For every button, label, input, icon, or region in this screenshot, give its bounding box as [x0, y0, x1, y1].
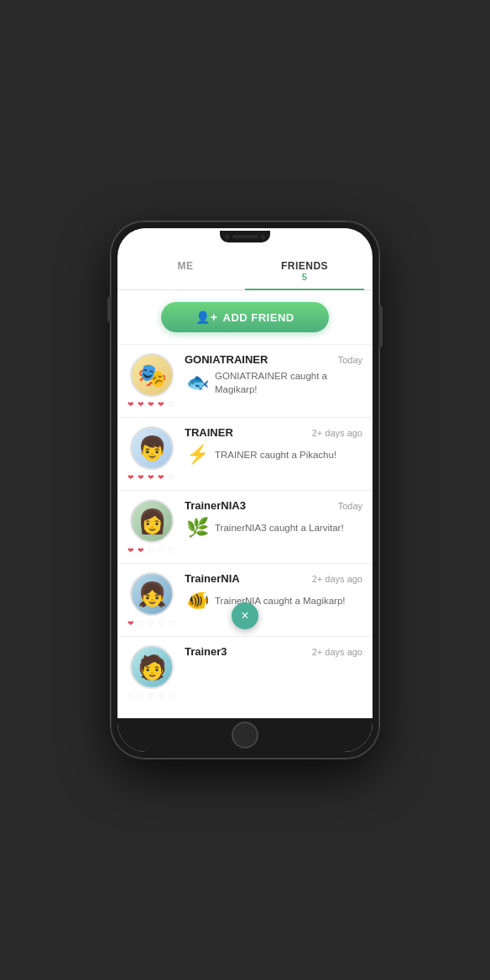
- friend-name-goniatrainer: GONIATRAINER: [185, 353, 268, 366]
- heart-empty: ♡: [138, 619, 146, 628]
- avatar-trainer3: [130, 645, 174, 689]
- friend-name-trainernia: TrainerNIA: [185, 572, 240, 585]
- friend-header-trainer3: Trainer3 2+ days ago: [185, 645, 362, 658]
- friend-info-trainer3: Trainer3 2+ days ago: [185, 645, 362, 661]
- phone-frame: ME FRIENDS 5 👤+ ADD FRIEND: [111, 222, 379, 758]
- heart-filled: ❤: [128, 400, 136, 409]
- heart-filled: ❤: [148, 400, 156, 409]
- heart-empty: ♡: [168, 692, 176, 701]
- status-bar: [117, 228, 373, 245]
- home-button[interactable]: [232, 722, 258, 748]
- camera-notch: [220, 231, 270, 242]
- front-camera: [261, 235, 265, 239]
- friend-info-trainernia: TrainerNIA 2+ days ago 🐠 TrainerNIA caug…: [185, 572, 362, 613]
- add-friend-container: 👤+ ADD FRIEND: [117, 290, 373, 344]
- activity-text-trainernia: TrainerNIA caught a Magikarp!: [215, 594, 346, 607]
- avatar-section-trainernia3: ❤❤♡♡♡: [128, 499, 176, 555]
- friend-name-trainernia3: TrainerNIA3: [185, 499, 246, 512]
- friend-time-trainernia3: Today: [338, 501, 362, 511]
- friend-item-trainernia[interactable]: ❤♡♡♡♡ TrainerNIA 2+ days ago 🐠 TrainerNI…: [117, 563, 373, 636]
- avatar-goniatrainer: [130, 353, 174, 397]
- pokemon-sprite-goniatrainer: 🐟: [185, 370, 210, 395]
- friend-name-trainer3: Trainer3: [185, 645, 227, 658]
- camera-dot: [225, 235, 229, 239]
- avatar-section-goniatrainer: ❤❤❤❤♡: [128, 353, 176, 409]
- friend-activity-trainernia: 🐠 TrainerNIA caught a Magikarp!: [185, 588, 362, 613]
- heart-filled: ❤: [128, 619, 136, 628]
- heart-empty: ♡: [158, 692, 166, 701]
- activity-text-goniatrainer: GONIATRAINER caught a Magikarp!: [215, 369, 362, 396]
- friends-list: ❤❤❤❤♡ GONIATRAINER Today 🐟 GONIATRAINER …: [117, 344, 373, 709]
- friend-activity-trainer: ⚡ TRAINER caught a Pikachu!: [185, 442, 362, 467]
- tab-me-label: ME: [178, 260, 194, 272]
- friend-activity-trainernia3: 🌿 TrainerNIA3 caught a Larvitar!: [185, 515, 362, 540]
- heart-filled: ❤: [128, 546, 136, 555]
- heart-empty: ♡: [138, 692, 146, 701]
- heart-empty: ♡: [158, 619, 166, 628]
- friend-item-trainernia3[interactable]: ❤❤♡♡♡ TrainerNIA3 Today 🌿 TrainerNIA3 ca…: [117, 490, 373, 563]
- hearts-trainer3: ♡♡♡♡♡: [128, 692, 176, 701]
- heart-filled: ❤: [138, 473, 146, 482]
- tab-friends[interactable]: FRIENDS 5: [245, 252, 364, 290]
- hearts-goniatrainer: ❤❤❤❤♡: [128, 400, 176, 409]
- friend-item-goniatrainer[interactable]: ❤❤❤❤♡ GONIATRAINER Today 🐟 GONIATRAINER …: [117, 344, 373, 417]
- heart-filled: ❤: [138, 400, 146, 409]
- friend-time-trainernia: 2+ days ago: [312, 574, 362, 584]
- pokemon-sprite-trainernia: 🐠: [185, 588, 210, 613]
- home-button-area: [117, 718, 373, 752]
- tab-bar: ME FRIENDS 5: [117, 252, 373, 290]
- friend-header-goniatrainer: GONIATRAINER Today: [185, 353, 362, 366]
- tab-friends-label: FRIENDS: [281, 260, 328, 272]
- tab-me[interactable]: ME: [126, 252, 245, 289]
- avatar-section-trainer3: ♡♡♡♡♡: [128, 645, 176, 701]
- heart-filled: ❤: [128, 473, 136, 482]
- pokemon-sprite-trainer: ⚡: [185, 442, 210, 467]
- hearts-trainernia: ❤♡♡♡♡: [128, 619, 176, 628]
- friend-name-trainer: TRAINER: [185, 426, 233, 439]
- heart-empty: ♡: [128, 692, 136, 701]
- heart-empty: ♡: [168, 619, 176, 628]
- heart-empty: ♡: [168, 400, 176, 409]
- activity-text-trainernia3: TrainerNIA3 caught a Larvitar!: [215, 521, 344, 534]
- friend-header-trainernia: TrainerNIA 2+ days ago: [185, 572, 362, 585]
- friend-header-trainer: TRAINER 2+ days ago: [185, 426, 362, 439]
- avatar-trainernia: [130, 572, 174, 616]
- heart-empty: ♡: [148, 692, 156, 701]
- friend-info-trainernia3: TrainerNIA3 Today 🌿 TrainerNIA3 caught a…: [185, 499, 362, 540]
- pokemon-sprite-trainernia3: 🌿: [185, 515, 210, 540]
- hearts-trainernia3: ❤❤♡♡♡: [128, 546, 176, 555]
- heart-filled: ❤: [148, 473, 156, 482]
- heart-empty: ♡: [148, 546, 156, 555]
- friend-activity-goniatrainer: 🐟 GONIATRAINER caught a Magikarp!: [185, 369, 362, 396]
- friend-header-trainernia3: TrainerNIA3 Today: [185, 499, 362, 512]
- add-friend-button[interactable]: 👤+ ADD FRIEND: [161, 302, 329, 332]
- avatar-trainer: [130, 426, 174, 470]
- heart-empty: ♡: [158, 546, 166, 555]
- add-friend-label: ADD FRIEND: [223, 311, 295, 324]
- friend-time-goniatrainer: Today: [338, 355, 362, 365]
- friend-info-trainer: TRAINER 2+ days ago ⚡ TRAINER caught a P…: [185, 426, 362, 467]
- hearts-trainer: ❤❤❤❤♡: [128, 473, 176, 482]
- tab-friends-count: 5: [249, 272, 360, 282]
- heart-filled: ❤: [158, 400, 166, 409]
- heart-empty: ♡: [148, 619, 156, 628]
- close-button[interactable]: ×: [232, 602, 258, 629]
- avatar-section-trainernia: ❤♡♡♡♡: [128, 572, 176, 628]
- heart-filled: ❤: [138, 546, 146, 555]
- friend-time-trainer3: 2+ days ago: [312, 647, 362, 657]
- heart-empty: ♡: [168, 546, 176, 555]
- heart-empty: ♡: [168, 473, 176, 482]
- friend-item-trainer3[interactable]: ♡♡♡♡♡ Trainer3 2+ days ago: [117, 636, 373, 709]
- avatar-section-trainer: ❤❤❤❤♡: [128, 426, 176, 482]
- heart-filled: ❤: [158, 473, 166, 482]
- app-content: ME FRIENDS 5 👤+ ADD FRIEND: [117, 245, 373, 718]
- avatar-trainernia3: [130, 499, 174, 543]
- phone-screen: ME FRIENDS 5 👤+ ADD FRIEND: [117, 228, 373, 752]
- friend-item-trainer[interactable]: ❤❤❤❤♡ TRAINER 2+ days ago ⚡ TRAINER caug…: [117, 417, 373, 490]
- friend-time-trainer: 2+ days ago: [312, 428, 362, 438]
- speaker-bar: [232, 235, 258, 238]
- add-friend-icon: 👤+: [195, 310, 217, 324]
- activity-text-trainer: TRAINER caught a Pikachu!: [215, 448, 336, 461]
- app-screen: ME FRIENDS 5 👤+ ADD FRIEND: [117, 228, 373, 752]
- friend-info-goniatrainer: GONIATRAINER Today 🐟 GONIATRAINER caught…: [185, 353, 362, 396]
